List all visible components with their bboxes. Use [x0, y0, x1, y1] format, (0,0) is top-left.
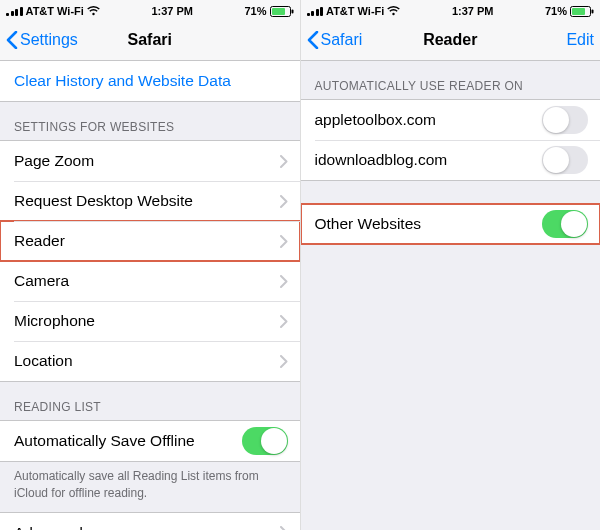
- svg-rect-4: [572, 8, 585, 15]
- camera-row[interactable]: Camera: [0, 261, 300, 301]
- back-button[interactable]: Safari: [307, 31, 363, 49]
- site-row-appletoolbox[interactable]: appletoolbox.com: [301, 100, 601, 140]
- back-label: Safari: [321, 31, 363, 49]
- phone-safari-settings: AT&T Wi-Fi 1:37 PM 71% Settings Safari: [0, 0, 301, 530]
- location-label: Location: [14, 352, 280, 370]
- wifi-icon: [87, 6, 100, 16]
- svg-rect-1: [272, 8, 285, 15]
- section-header-auto-reader: AUTOMATICALLY USE READER ON: [301, 61, 601, 99]
- location-row[interactable]: Location: [0, 341, 300, 381]
- clear-history-row[interactable]: Clear History and Website Data: [0, 61, 300, 101]
- site-row-idownloadblog[interactable]: idownloadblog.com: [301, 140, 601, 180]
- site-toggle[interactable]: [542, 106, 588, 134]
- other-websites-label: Other Websites: [315, 215, 543, 233]
- advanced-row[interactable]: Advanced: [0, 513, 300, 530]
- battery-icon: [270, 6, 294, 17]
- battery-icon: [570, 6, 594, 17]
- reader-label: Reader: [14, 232, 280, 250]
- reader-row[interactable]: Reader: [0, 221, 300, 261]
- camera-label: Camera: [14, 272, 280, 290]
- nav-bar: Settings Safari: [0, 20, 300, 61]
- back-button[interactable]: Settings: [6, 31, 78, 49]
- site-toggle[interactable]: [542, 146, 588, 174]
- site-label: appletoolbox.com: [315, 111, 543, 129]
- microphone-label: Microphone: [14, 312, 280, 330]
- auto-save-offline-row[interactable]: Automatically Save Offline: [0, 421, 300, 461]
- other-websites-row[interactable]: Other Websites: [301, 204, 601, 244]
- advanced-label: Advanced: [14, 524, 280, 530]
- chevron-left-icon: [307, 31, 319, 49]
- chevron-right-icon: [280, 235, 288, 248]
- wifi-icon: [387, 6, 400, 16]
- battery-pct: 71%: [545, 5, 567, 17]
- carrier-label: AT&T Wi-Fi: [326, 5, 384, 17]
- status-time: 1:37 PM: [452, 5, 494, 17]
- chevron-right-icon: [280, 355, 288, 368]
- phone-reader-settings: AT&T Wi-Fi 1:37 PM 71% Safari Reader Edi…: [301, 0, 601, 530]
- chevron-right-icon: [280, 275, 288, 288]
- signal-icon: [6, 7, 23, 16]
- auto-save-offline-label: Automatically Save Offline: [14, 432, 242, 450]
- page-zoom-label: Page Zoom: [14, 152, 280, 170]
- request-desktop-label: Request Desktop Website: [14, 192, 280, 210]
- clear-history-label: Clear History and Website Data: [14, 72, 288, 90]
- site-label: idownloadblog.com: [315, 151, 543, 169]
- request-desktop-row[interactable]: Request Desktop Website: [0, 181, 300, 221]
- edit-button[interactable]: Edit: [566, 31, 594, 49]
- other-websites-toggle[interactable]: [542, 210, 588, 238]
- status-time: 1:37 PM: [151, 5, 193, 17]
- status-bar: AT&T Wi-Fi 1:37 PM 71%: [301, 0, 601, 20]
- chevron-right-icon: [280, 526, 288, 530]
- section-header-websites: SETTINGS FOR WEBSITES: [0, 102, 300, 140]
- svg-rect-2: [291, 9, 293, 13]
- chevron-right-icon: [280, 315, 288, 328]
- chevron-right-icon: [280, 195, 288, 208]
- status-bar: AT&T Wi-Fi 1:37 PM 71%: [0, 0, 300, 20]
- battery-pct: 71%: [244, 5, 266, 17]
- chevron-left-icon: [6, 31, 18, 49]
- chevron-right-icon: [280, 155, 288, 168]
- section-header-reading-list: READING LIST: [0, 382, 300, 420]
- reading-list-footer: Automatically save all Reading List item…: [0, 462, 300, 512]
- signal-icon: [307, 7, 324, 16]
- carrier-label: AT&T Wi-Fi: [26, 5, 84, 17]
- nav-bar: Safari Reader Edit: [301, 20, 601, 61]
- back-label: Settings: [20, 31, 78, 49]
- page-zoom-row[interactable]: Page Zoom: [0, 141, 300, 181]
- microphone-row[interactable]: Microphone: [0, 301, 300, 341]
- auto-save-offline-toggle[interactable]: [242, 427, 288, 455]
- svg-rect-5: [592, 9, 594, 13]
